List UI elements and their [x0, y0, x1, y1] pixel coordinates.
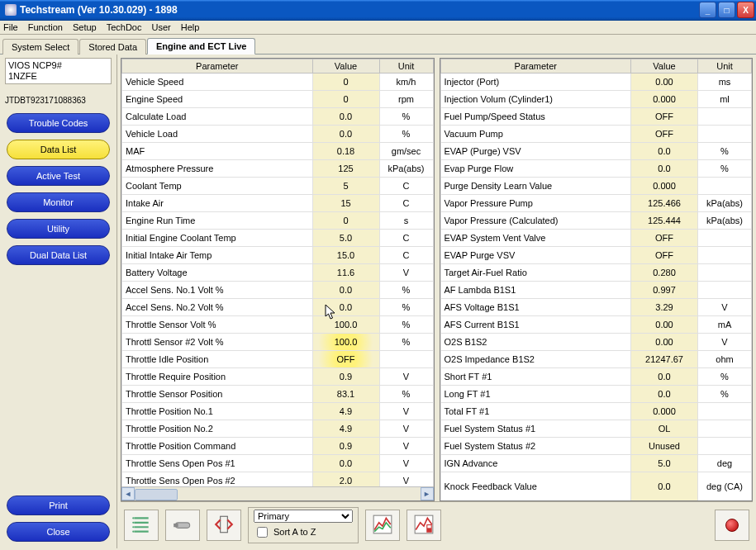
- graph2-button[interactable]: [407, 510, 441, 541]
- col-unit-r[interactable]: Unit: [698, 59, 752, 73]
- graph1-button[interactable]: [365, 510, 400, 541]
- menu-function[interactable]: Function: [28, 22, 63, 32]
- table-row[interactable]: Total FT #10.000: [440, 403, 752, 420]
- table-row[interactable]: AFS Voltage B1S13.29V: [440, 299, 752, 316]
- table-row[interactable]: Engine Speed0rpm: [122, 91, 434, 108]
- col-value-r[interactable]: Value: [631, 59, 698, 73]
- table-row[interactable]: Throttle Idle PositionOFF: [122, 351, 434, 368]
- minimize-button[interactable]: _: [699, 2, 716, 18]
- table-row[interactable]: Knock Feedback Value0.0deg (CA): [440, 472, 752, 501]
- menu-help[interactable]: Help: [181, 22, 200, 32]
- table-row[interactable]: IGN Advance5.0deg: [440, 455, 752, 472]
- table-row[interactable]: Battery Voltage11.6V: [122, 264, 434, 282]
- table-row[interactable]: Vapor Pressure Pump125.466kPa(abs): [440, 195, 752, 212]
- unit-cell: %: [698, 386, 752, 403]
- table-row[interactable]: Coolant Temp5C: [122, 178, 434, 195]
- table-row[interactable]: MAF0.18gm/sec: [122, 143, 434, 160]
- table-row[interactable]: O2S B1S20.00V: [440, 334, 752, 351]
- primary-select[interactable]: Primary: [254, 510, 353, 523]
- close-panel-button[interactable]: Close: [7, 522, 110, 542]
- unit-cell: V: [698, 334, 752, 351]
- value-cell: 0.0: [631, 472, 698, 501]
- tab-stored-data[interactable]: Stored Data: [79, 39, 146, 55]
- table-row[interactable]: Throttl Sensor #2 Volt %100.0%: [122, 334, 434, 351]
- table-row[interactable]: EVAP Purge VSVOFF: [440, 247, 752, 264]
- dual-data-list-button[interactable]: Dual Data List: [7, 245, 110, 265]
- trouble-codes-button[interactable]: Trouble Codes: [7, 113, 110, 133]
- table-row[interactable]: O2S Impedance B1S221247.67ohm: [440, 351, 752, 368]
- table-row[interactable]: Intake Air15C: [122, 195, 434, 212]
- table-row[interactable]: Short FT #10.0%: [440, 368, 752, 386]
- param-cell: Throttle Position Command: [122, 438, 313, 455]
- param-cell: Initial Engine Coolant Temp: [122, 230, 313, 247]
- table-row[interactable]: Throttle Position Command0.9V: [122, 438, 434, 455]
- table-row[interactable]: AF Lambda B1S10.997: [440, 282, 752, 299]
- table-row[interactable]: Throttle Sensor Volt %100.0%: [122, 316, 434, 334]
- col-unit[interactable]: Unit: [379, 59, 433, 73]
- value-cell: OFF: [631, 108, 698, 126]
- print-button[interactable]: Print: [7, 495, 110, 515]
- monitor-button[interactable]: Monitor: [7, 192, 110, 212]
- table-row[interactable]: Throttle Sens Open Pos #10.0V: [122, 455, 434, 472]
- menu-setup[interactable]: Setup: [73, 22, 97, 32]
- sort-checkbox[interactable]: [257, 527, 268, 538]
- table-row[interactable]: Throttle Position No.24.9V: [122, 420, 434, 438]
- param-cell: Evap Purge Flow: [440, 160, 631, 178]
- table-row[interactable]: Initial Intake Air Temp15.0C: [122, 247, 434, 264]
- left-scrollbar[interactable]: ◄ ►: [121, 486, 434, 500]
- table-row[interactable]: Initial Engine Coolant Temp5.0C: [122, 230, 434, 247]
- table-row[interactable]: EVAP (Purge) VSV0.0%: [440, 143, 752, 160]
- table-row[interactable]: EVAP System Vent ValveOFF: [440, 230, 752, 247]
- table-row[interactable]: Fuel Pump/Speed StatusOFF: [440, 108, 752, 126]
- data-list-button[interactable]: Data List: [7, 140, 110, 159]
- unit-cell: V: [698, 299, 752, 316]
- table-row[interactable]: Purge Density Learn Value0.000: [440, 178, 752, 195]
- unit-cell: V: [379, 455, 433, 472]
- value-cell: 0.0: [312, 282, 379, 299]
- table-row[interactable]: Vapor Pressure (Calculated)125.444kPa(ab…: [440, 212, 752, 230]
- table-row[interactable]: Engine Run Time0s: [122, 212, 434, 230]
- table-row[interactable]: Vehicle Load0.0%: [122, 126, 434, 143]
- active-test-button[interactable]: Active Test: [7, 166, 110, 186]
- record-button[interactable]: [715, 510, 749, 541]
- table-row[interactable]: AFS Current B1S10.00mA: [440, 316, 752, 334]
- value-cell: 0.0: [312, 455, 379, 472]
- unit-cell: V: [379, 420, 433, 438]
- col-value[interactable]: Value: [312, 59, 379, 73]
- col-parameter[interactable]: Parameter: [122, 59, 313, 73]
- table-row[interactable]: Atmosphere Pressure125kPa(abs): [122, 160, 434, 178]
- table-row[interactable]: Throttle Require Position0.9V: [122, 368, 434, 386]
- table-row[interactable]: Injector (Port)0.00ms: [440, 73, 752, 91]
- list-view-button[interactable]: [124, 510, 159, 541]
- close-button[interactable]: X: [737, 2, 754, 18]
- table-row[interactable]: Injection Volum (Cylinder1)0.000ml: [440, 91, 752, 108]
- menu-techdoc[interactable]: TechDoc: [107, 22, 142, 32]
- table-row[interactable]: Accel Sens. No.1 Volt %0.0%: [122, 282, 434, 299]
- value-cell: 15: [312, 195, 379, 212]
- table-row[interactable]: Vacuum PumpOFF: [440, 126, 752, 143]
- scroll-left-icon[interactable]: ◄: [121, 487, 135, 500]
- table-row[interactable]: Fuel System Status #2Unused: [440, 438, 752, 455]
- table-row[interactable]: Evap Purge Flow0.0%: [440, 160, 752, 178]
- table-row[interactable]: Throttle Position No.14.9V: [122, 403, 434, 420]
- table-row[interactable]: Calculate Load0.0%: [122, 108, 434, 126]
- table-row[interactable]: Throttle Sens Open Pos #22.0V: [122, 472, 434, 487]
- utility-button[interactable]: Utility: [7, 219, 110, 239]
- table-row[interactable]: Accel Sens. No.2 Volt %0.0%: [122, 299, 434, 316]
- table-row[interactable]: Throttle Sensor Position83.1%: [122, 386, 434, 403]
- tab-system-select[interactable]: System Select: [2, 39, 78, 55]
- tab-engine-ect-live[interactable]: Engine and ECT Live: [147, 38, 255, 55]
- table-row[interactable]: Target Air-Fuel Ratio0.280: [440, 264, 752, 282]
- sort-checkbox-label[interactable]: Sort A to Z: [254, 524, 353, 540]
- value-cell: OFF: [312, 351, 379, 368]
- table-row[interactable]: Vehicle Speed0km/h: [122, 73, 434, 91]
- menu-file[interactable]: File: [3, 22, 18, 32]
- table-row[interactable]: Fuel System Status #1OL: [440, 420, 752, 438]
- maximize-button[interactable]: □: [718, 2, 735, 18]
- scroll-right-icon[interactable]: ►: [421, 487, 434, 500]
- menu-user[interactable]: User: [151, 22, 170, 32]
- col-parameter-r[interactable]: Parameter: [440, 59, 631, 73]
- config-button[interactable]: [165, 510, 200, 541]
- expand-button[interactable]: [207, 510, 241, 541]
- table-row[interactable]: Long FT #10.0%: [440, 386, 752, 403]
